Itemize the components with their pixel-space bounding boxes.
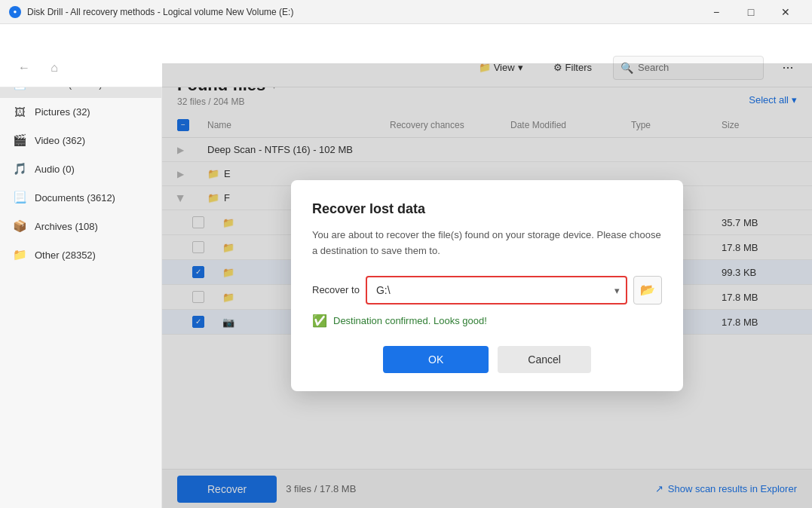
dialog-overlay: Recover lost data You are about to recov…: [162, 63, 812, 508]
audio-icon: 🎵: [12, 162, 27, 176]
documents-icon: 📃: [12, 191, 27, 204]
app-icon: [9, 6, 21, 18]
main-area: 📄 All files (32466) 🖼 Pictures (32) 🎬 Vi…: [0, 63, 812, 508]
back-button[interactable]: ←: [12, 56, 36, 80]
window-title: Disk Drill - All recovery methods - Logi…: [27, 7, 699, 17]
sidebar-item-documents[interactable]: 📃 Documents (3612): [0, 183, 161, 212]
home-button[interactable]: ⌂: [42, 56, 66, 80]
sidebar-item-pictures[interactable]: 🖼 Pictures (32): [0, 98, 161, 126]
dialog-ok-button[interactable]: OK: [383, 346, 489, 373]
browse-folder-button[interactable]: 📂: [633, 276, 662, 304]
sidebar-item-other[interactable]: 📁 Other (28352): [0, 240, 161, 269]
recover-dialog: Recover lost data You are about to recov…: [291, 180, 683, 391]
sidebar-label-archives: Archives (108): [35, 221, 149, 232]
pictures-icon: 🖼: [12, 106, 27, 118]
other-icon: 📁: [12, 248, 27, 262]
sidebar-label-documents: Documents (3612): [35, 192, 149, 204]
sidebar-label-other: Other (28352): [35, 249, 149, 261]
dialog-actions: OK Cancel: [312, 346, 662, 373]
recover-to-label: Recover to: [312, 284, 360, 295]
nav-buttons: ← ⌂: [12, 56, 66, 80]
sidebar-label-audio: Audio (0): [35, 164, 149, 175]
video-icon: 🎬: [12, 133, 27, 147]
checkmark-circle-icon: ✅: [312, 314, 327, 328]
destination-select[interactable]: G:\ C:\ D:\ E:\: [366, 276, 627, 304]
sidebar-item-archives[interactable]: 📦 Archives (108): [0, 212, 161, 240]
content: Found files ▾ 32 files / 204 MB 3 select…: [162, 63, 812, 508]
dialog-title: Recover lost data: [312, 201, 662, 217]
recover-to-row: Recover to G:\ C:\ D:\ E:\ ▾ 📂: [312, 276, 662, 304]
sidebar-item-video[interactable]: 🎬 Video (362): [0, 126, 161, 155]
sidebar-label-pictures: Pictures (32): [35, 106, 149, 118]
minimize-button[interactable]: −: [699, 0, 734, 24]
sidebar-item-audio[interactable]: 🎵 Audio (0): [0, 155, 161, 183]
sidebar: 📄 All files (32466) 🖼 Pictures (32) 🎬 Vi…: [0, 63, 162, 508]
dialog-cancel-button[interactable]: Cancel: [498, 346, 591, 373]
dialog-description: You are about to recover the file(s) fou…: [312, 228, 662, 259]
maximize-button[interactable]: □: [734, 0, 768, 24]
destination-confirmation: ✅ Destination confirmed. Looks good!: [312, 314, 662, 328]
titlebar: Disk Drill - All recovery methods - Logi…: [0, 0, 812, 24]
window-controls: − □ ✕: [699, 0, 803, 24]
archives-icon: 📦: [12, 219, 27, 233]
folder-browse-icon: 📂: [640, 283, 655, 297]
close-button[interactable]: ✕: [768, 0, 803, 24]
sidebar-label-video: Video (362): [35, 135, 149, 146]
destination-select-wrap: G:\ C:\ D:\ E:\ ▾: [366, 276, 627, 304]
